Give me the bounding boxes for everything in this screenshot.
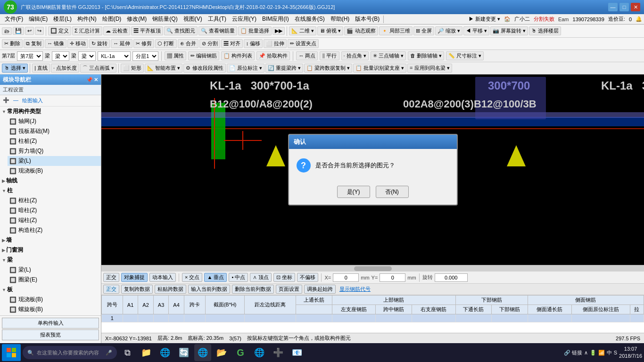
tb-parallel[interactable]: ∥ 平行 — [320, 51, 339, 60]
tb-extend[interactable]: ↔ 延伸 — [111, 39, 132, 48]
minimize-button[interactable]: — — [608, 3, 618, 11]
tree-cast-slab[interactable]: 🔲现浇板(B) — [8, 295, 101, 304]
tb-offset[interactable]: ↕ 偏移 — [244, 39, 263, 48]
tb-two-point[interactable]: ↔ 两点 — [296, 51, 318, 60]
tree-col-pile[interactable]: 🔲柱桩(Z) — [8, 136, 101, 146]
new-change-btn[interactable]: ▶ 新建变更 ▾ — [469, 16, 500, 23]
snap-no-offset[interactable]: 不偏移 — [297, 273, 318, 282]
tb-in-situ-mark[interactable]: 📄 原位标注 ▾ — [227, 64, 264, 73]
data-swap-start[interactable]: 调换起始跨 — [304, 285, 336, 294]
tb-break[interactable]: ⬡ 打断 — [155, 39, 176, 48]
taskbar-edge1[interactable]: 🌐 — [157, 344, 173, 361]
x-input[interactable] — [333, 273, 359, 282]
tree-struct-col[interactable]: 🔲构造柱(Z) — [8, 225, 101, 235]
menu-cloud[interactable]: 云应用(Y) — [229, 14, 259, 24]
panel-close-icon[interactable]: ✕ — [94, 77, 98, 83]
tb-save[interactable]: 💾 — [13, 27, 24, 35]
tb-apply-same-name[interactable]: = 应用到同名梁 ▾ — [407, 64, 452, 73]
tb-flatten-top[interactable]: ☰ 平齐板顶 — [131, 26, 163, 35]
taskbar-folder[interactable]: 📂 — [213, 344, 230, 361]
tb-local-3d[interactable]: 🔸 局部三维 — [379, 26, 413, 35]
tree-beam[interactable]: 🔲梁(L) — [8, 156, 101, 166]
tb-rotate[interactable]: ↻ 旋转 — [89, 39, 110, 48]
panel-pin-icon[interactable]: 📌 — [86, 77, 93, 83]
taskbar-task-view[interactable]: ⧉ — [119, 344, 136, 361]
tb-pick-angle[interactable]: · 拾点角 ▾ — [341, 51, 369, 60]
menu-view[interactable]: 视图(V) — [181, 14, 205, 24]
menu-tools[interactable]: 工具(T) — [205, 14, 229, 24]
tree-cat-common[interactable]: ▼ 常用构件类型 — [0, 107, 101, 116]
ime-zh[interactable]: 中 — [607, 349, 612, 356]
menu-edit[interactable]: 编辑(E) — [26, 14, 50, 24]
tb-undo[interactable]: ↩ — [25, 27, 34, 35]
menu-bim[interactable]: BIM应用(I) — [259, 14, 292, 24]
tb-2d[interactable]: 📐 二维 ▾ — [289, 26, 316, 35]
tb-edit-rebar[interactable]: ✏ 编辑钢筋 — [188, 51, 219, 60]
snap-coordinate[interactable]: ⊡ 坐标 — [273, 273, 295, 282]
tb-zoom[interactable]: 🔎 缩放 ▾ — [435, 26, 462, 35]
taskbar-plus[interactable]: ➕ — [270, 344, 287, 361]
snap-object[interactable]: 对象捕捉 — [121, 273, 148, 282]
panel-subtitle[interactable]: 工程设置 — [0, 85, 101, 95]
tb-span-data-copy[interactable]: 📋 梁跨数据复制 ▾ — [304, 64, 352, 73]
snap-midpoint[interactable]: • 中点 — [229, 273, 248, 282]
taskbar-globe[interactable]: 🌐 — [251, 344, 268, 361]
data-paste-span[interactable]: 粘贴跨数据 — [155, 285, 186, 294]
tb-modify-span-prop[interactable]: ⚙ 修改段段属性 — [183, 64, 225, 73]
menu-help[interactable]: 帮助(H) — [328, 14, 353, 24]
tree-axis-net[interactable]: 🔲轴网(J) — [8, 116, 101, 126]
menu-rebar[interactable]: 钢筋量(Q) — [149, 14, 180, 24]
tb-merge[interactable]: ⊕ 合并 — [178, 39, 198, 48]
layernum-select[interactable]: 分层1 — [132, 51, 158, 61]
tb-align[interactable]: ☰ 对齐 — [221, 39, 243, 48]
tb-move[interactable]: ✛ 移动 — [67, 39, 88, 48]
tree-spiral-slab[interactable]: 🔲螺旋板(B) — [8, 304, 101, 314]
tb-set-grip[interactable]: ✏ 设置夹点 — [288, 39, 319, 48]
comp-select[interactable]: 梁 — [78, 51, 96, 61]
tb-batch-identify[interactable]: 📋 批量识别梁支座 ▾ — [353, 64, 406, 73]
tb-more1[interactable]: ▶▶ — [272, 27, 285, 35]
menu-service[interactable]: 在线服务(S) — [292, 14, 328, 24]
tb-comp-list[interactable]: 📋 构件列表 — [221, 51, 255, 60]
tb-property[interactable]: ▦ 属性 — [165, 51, 186, 60]
report-preview-btn[interactable]: 报表预览 — [2, 329, 99, 340]
tb-select[interactable]: 🖱 选择 ▾ — [2, 64, 28, 73]
canvas-hscroll[interactable] — [101, 265, 644, 272]
tree-cat-col[interactable]: ▼ 柱 — [0, 186, 101, 196]
tb-batch-select[interactable]: 📋 批量选择 — [238, 26, 272, 35]
tree-hidden-col[interactable]: 🔲暗柱(Z) — [8, 206, 101, 215]
maximize-button[interactable]: □ — [619, 3, 629, 11]
tree-raft-found[interactable]: 🔲筏板基础(M) — [8, 126, 101, 136]
tb-fullscreen[interactable]: ⊞ 全屏 — [413, 26, 434, 35]
taskbar-refresh[interactable]: 🔄 — [175, 344, 192, 361]
tree-cat-slab[interactable]: ▼ 板 — [0, 285, 101, 295]
tb-delete[interactable]: ✂ 删除 — [2, 39, 23, 48]
tb-mirror[interactable]: ↔ 镜像 — [45, 39, 66, 48]
tb-dim[interactable]: 📏 尺寸标注 ▾ — [446, 51, 484, 60]
taskbar-g-app[interactable]: G — [232, 344, 249, 361]
tree-ring-beam[interactable]: 🔲圈梁(E) — [8, 275, 101, 285]
taskbar-file-explorer[interactable]: 📁 — [138, 344, 155, 361]
taskbar-mail[interactable]: 📧 — [289, 344, 305, 361]
dialog-no-button[interactable]: 否(N) — [376, 186, 409, 198]
menu-version[interactable]: 版本号(B) — [352, 14, 382, 24]
single-comp-input-btn[interactable]: 单构件输入 — [2, 318, 99, 329]
tb-screen-rotate[interactable]: 📷 屏幕旋转 ▾ — [490, 26, 528, 35]
tb-view-rebar[interactable]: 🔍 查看钢筋量 — [198, 26, 237, 35]
tb-top-view[interactable]: 🖥 俯视 ▾ — [317, 26, 343, 35]
tb-pan[interactable]: ◀ 平移 ▾ — [463, 26, 489, 35]
tb-find-element[interactable]: 🔍 查找图元 — [164, 26, 198, 35]
data-copy-span[interactable]: 复制跨数据 — [121, 285, 153, 294]
tree-end-col[interactable]: 🔲端柱(Z) — [8, 215, 101, 225]
tb-redo[interactable]: ↪ — [35, 27, 44, 35]
menu-floor[interactable]: 楼层(L) — [50, 14, 74, 24]
tree-beam-L[interactable]: 🔲梁(L) — [8, 265, 101, 275]
menu-file[interactable]: 文件(F) — [2, 14, 26, 24]
layer-select[interactable]: 第7层 — [17, 51, 43, 61]
taskbar-search[interactable]: 🔍 在这里输入你要搜索的内容 🎤 — [23, 346, 117, 359]
tb-trim[interactable]: ✂ 修剪 — [133, 39, 154, 48]
bell-icon[interactable]: 🔔 — [636, 16, 642, 22]
tb-copy[interactable]: ⧉ 复制 — [24, 39, 44, 48]
tb-pick-comp[interactable]: 📌 拾取构件 — [256, 51, 290, 60]
tree-slab[interactable]: 🔲现浇板(B) — [8, 166, 101, 176]
